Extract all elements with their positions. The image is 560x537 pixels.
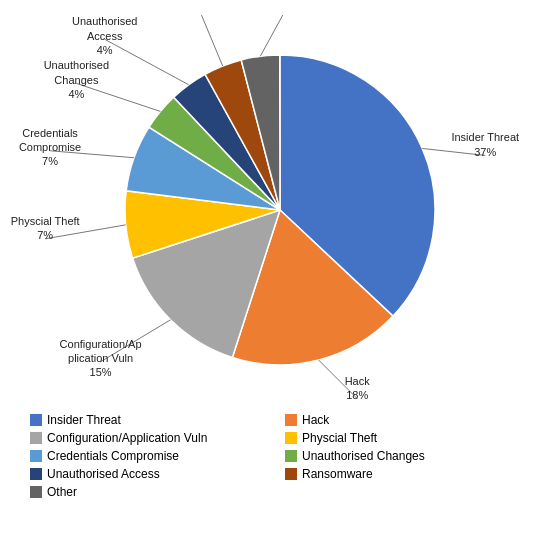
chart-title bbox=[0, 0, 560, 10]
legend-label: Credentials Compromise bbox=[47, 449, 179, 463]
main-container: Insider Threat 37%Hack 18%Configuration/… bbox=[0, 0, 560, 537]
pie-label: Insider Threat 37% bbox=[440, 130, 530, 180]
leader-line bbox=[188, 15, 223, 66]
legend-label: Ransomware bbox=[302, 467, 373, 481]
legend-label: Hack bbox=[302, 413, 329, 427]
legend-label: Unauthorised Changes bbox=[302, 449, 425, 463]
legend-color-box bbox=[30, 486, 42, 498]
legend-label: Other bbox=[47, 485, 77, 499]
legend-label: Physcial Theft bbox=[302, 431, 377, 445]
legend-item: Insider Threat bbox=[30, 413, 275, 427]
legend-color-box bbox=[285, 414, 297, 426]
legend-item: Credentials Compromise bbox=[30, 449, 275, 463]
legend-item: Configuration/Application Vuln bbox=[30, 431, 275, 445]
legend-color-box bbox=[30, 432, 42, 444]
legend-label: Configuration/Application Vuln bbox=[47, 431, 207, 445]
legend-color-box bbox=[30, 468, 42, 480]
pie-label: Unauthorised Changes 4% bbox=[31, 58, 121, 108]
leader-line bbox=[260, 15, 302, 56]
pie-label: Configuration/Ap plication Vuln 15% bbox=[56, 337, 146, 387]
legend-item: Other bbox=[30, 485, 275, 499]
legend-color-box bbox=[285, 450, 297, 462]
pie-label: Credentials Compromise 7% bbox=[5, 126, 95, 176]
legend-item: Unauthorised Changes bbox=[285, 449, 530, 463]
legend-label: Unauthorised Access bbox=[47, 467, 160, 481]
legend-color-box bbox=[285, 468, 297, 480]
legend-item: Physcial Theft bbox=[285, 431, 530, 445]
pie-label: Hack 18% bbox=[312, 374, 402, 405]
legend-item: Unauthorised Access bbox=[30, 467, 275, 481]
chart-area: Insider Threat 37%Hack 18%Configuration/… bbox=[0, 15, 560, 405]
legend-color-box bbox=[30, 414, 42, 426]
legend-label: Insider Threat bbox=[47, 413, 121, 427]
legend-item: Ransomware bbox=[285, 467, 530, 481]
legend: Insider ThreatHackConfiguration/Applicat… bbox=[0, 405, 560, 507]
legend-color-box bbox=[30, 450, 42, 462]
legend-color-box bbox=[285, 432, 297, 444]
pie-label: Unauthorised Access 4% bbox=[60, 15, 150, 64]
pie-label: Physcial Theft 7% bbox=[0, 214, 90, 264]
legend-item: Hack bbox=[285, 413, 530, 427]
pie-chart: Insider Threat 37%Hack 18%Configuration/… bbox=[0, 15, 560, 405]
